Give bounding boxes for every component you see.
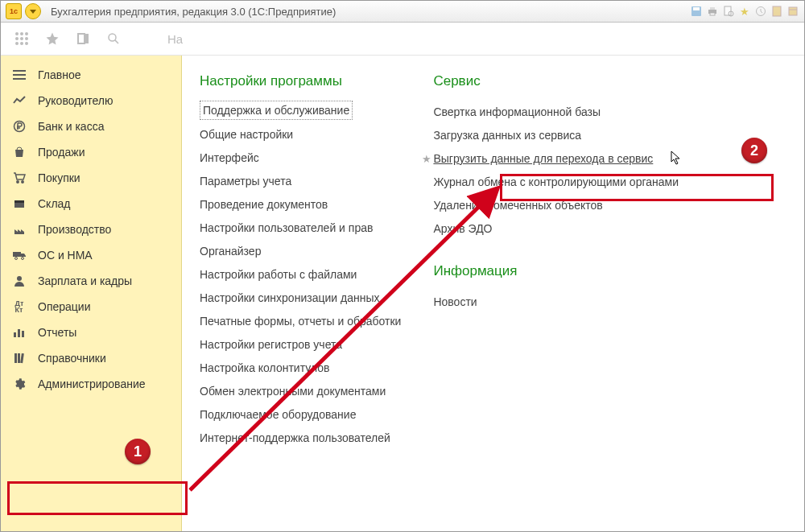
sidebar-item-operations[interactable]: ДтКт Операции (1, 294, 181, 320)
sections-icon[interactable] (12, 29, 31, 48)
search-icon[interactable] (104, 29, 123, 48)
svg-point-21 (109, 34, 116, 41)
print-icon[interactable] (706, 5, 719, 18)
sidebar-item-assets[interactable]: ОС и НМА (1, 242, 181, 268)
sidebar-item-label: Склад (38, 197, 71, 210)
sidebar-item-label: Руководителю (38, 94, 113, 107)
svg-rect-25 (13, 78, 26, 80)
sidebar-item-purchases[interactable]: Покупки (1, 165, 181, 191)
ruble-icon (12, 120, 27, 133)
svg-point-33 (22, 258, 24, 260)
titlebar-tools: ★ (690, 5, 799, 18)
sidebar-item-reports[interactable]: Отчеты (1, 320, 181, 345)
settings-link[interactable]: Печатные формы, отчеты и обработки (200, 310, 401, 333)
svg-point-11 (15, 32, 19, 35)
user-icon (12, 274, 27, 287)
svg-point-18 (20, 42, 23, 45)
svg-rect-5 (724, 6, 731, 15)
sidebar-item-stock[interactable]: Склад (1, 191, 181, 217)
info-link[interactable]: Новости (433, 291, 679, 314)
svg-point-13 (25, 32, 28, 35)
settings-column: Настройки программы Поддержка и обслужив… (200, 70, 401, 450)
svg-rect-30 (14, 200, 24, 203)
svg-rect-3 (710, 7, 715, 10)
save-icon[interactable] (690, 5, 703, 18)
settings-link[interactable]: Проведение документов (200, 193, 401, 217)
svg-point-17 (15, 42, 19, 45)
sidebar-item-catalogs[interactable]: Справочники (1, 345, 181, 371)
settings-link[interactable]: Настройки регистров учета (200, 333, 401, 357)
sidebar-item-production[interactable]: Производство (1, 217, 181, 242)
settings-link[interactable]: Интернет-поддержка пользователей (200, 427, 401, 450)
search-placeholder[interactable]: На (158, 32, 183, 46)
sidebar-item-label: Администрирование (38, 377, 146, 390)
settings-link[interactable]: Настройки работы с файлами (200, 263, 401, 287)
history-icon[interactable] (754, 5, 767, 18)
history-nav-icon[interactable] (73, 29, 93, 48)
service-link[interactable]: Удаление помеченных объектов (433, 194, 679, 217)
calendar-icon[interactable] (786, 5, 799, 18)
svg-point-15 (20, 37, 23, 40)
svg-rect-37 (22, 331, 24, 337)
sidebar-item-label: Продажи (38, 146, 85, 159)
service-link[interactable]: Архив ЭДО (433, 217, 679, 241)
settings-link[interactable]: Настройки синхронизации данных (200, 287, 401, 310)
calc-icon[interactable] (770, 5, 783, 18)
service-link[interactable]: Загрузка данных из сервиса (433, 124, 679, 147)
sidebar-item-main[interactable]: Главное (1, 62, 181, 88)
svg-point-16 (25, 37, 28, 40)
books-icon (12, 352, 27, 365)
chart-icon (12, 95, 27, 106)
settings-link[interactable]: Общие настройки (200, 123, 401, 146)
svg-point-28 (22, 181, 23, 183)
settings-link[interactable]: Настройка колонтитулов (200, 357, 401, 380)
sidebar-item-sales[interactable]: Продажи (1, 139, 181, 165)
cart-icon (12, 171, 27, 184)
service-column: Сервис Свертка информационной базы Загру… (433, 70, 679, 450)
service-heading: Сервис (433, 73, 679, 89)
svg-rect-39 (18, 353, 20, 363)
svg-rect-31 (13, 252, 21, 257)
settings-link[interactable]: Подключаемое оборудование (200, 403, 401, 427)
svg-point-27 (17, 181, 19, 183)
main-menu-dropdown[interactable] (25, 3, 41, 19)
settings-link[interactable]: Настройки пользователей и прав (200, 217, 401, 240)
sidebar-item-label: Справочники (38, 352, 106, 365)
settings-link[interactable]: Поддержка и обслуживание (200, 101, 353, 120)
settings-link[interactable]: Органайзер (200, 240, 401, 263)
favorite-icon[interactable]: ★ (738, 5, 751, 18)
preview-icon[interactable] (722, 5, 735, 18)
svg-rect-20 (78, 34, 85, 43)
settings-link[interactable]: Интерфейс (200, 146, 401, 170)
star-icon[interactable] (43, 29, 62, 48)
svg-rect-4 (710, 13, 715, 15)
sidebar-item-manager[interactable]: Руководителю (1, 88, 181, 113)
settings-heading: Настройки программы (200, 73, 401, 89)
svg-point-12 (20, 32, 23, 35)
menu-icon (12, 69, 27, 80)
svg-point-14 (15, 37, 19, 40)
svg-rect-24 (13, 74, 26, 76)
factory-icon (12, 223, 27, 236)
cursor-icon (671, 151, 682, 167)
service-link-export[interactable]: Выгрузить данные для перехода в сервис (433, 147, 653, 171)
service-link[interactable]: Журнал обмена с контролирующими органами (433, 171, 679, 194)
sidebar-item-admin[interactable]: Администрирование (1, 371, 181, 397)
settings-link[interactable]: Параметры учета (200, 170, 401, 193)
svg-rect-8 (773, 6, 781, 16)
info-heading: Информация (433, 263, 679, 279)
box-icon (12, 197, 27, 210)
svg-rect-38 (14, 353, 17, 363)
sidebar-item-bank[interactable]: Банк и касса (1, 113, 181, 139)
app-window: 1c Бухгалтерия предприятия, редакция 3.0… (0, 0, 805, 532)
service-link[interactable]: Свертка информационной базы (433, 101, 679, 124)
sidebar-item-label: Производство (38, 223, 111, 236)
window-title: Бухгалтерия предприятия, редакция 3.0 (1… (51, 6, 687, 18)
sidebar-item-label: Операции (38, 300, 91, 313)
svg-rect-23 (13, 70, 26, 72)
toolbar: На (1, 23, 804, 56)
truck-icon (12, 250, 27, 261)
settings-link[interactable]: Обмен электронными документами (200, 380, 401, 403)
sidebar-item-label: Банк и касса (38, 120, 104, 133)
sidebar-item-salary[interactable]: Зарплата и кадры (1, 268, 181, 294)
